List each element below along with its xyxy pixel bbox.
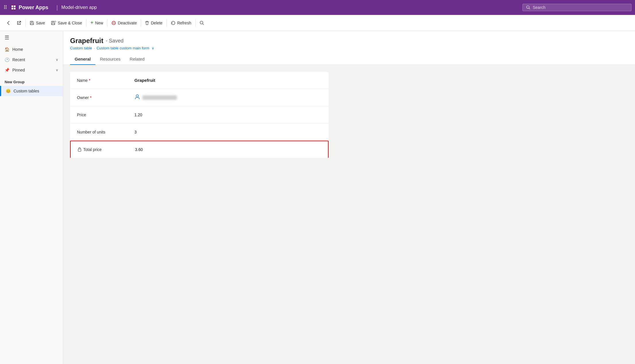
owner-field-container [134, 94, 322, 101]
price-value[interactable]: 1.20 [134, 113, 322, 117]
owner-person-icon [134, 94, 140, 101]
number-of-units-label: Number of units [77, 130, 134, 134]
global-search-box[interactable] [522, 4, 632, 11]
delete-button[interactable]: Delete [142, 19, 165, 27]
delete-label: Delete [151, 21, 162, 25]
app-name-label: Power Apps [19, 5, 48, 11]
save-button[interactable]: Save [27, 19, 48, 27]
total-price-label-container: Total price [78, 147, 135, 152]
name-value[interactable]: Grapefruit [134, 78, 322, 83]
price-label: Price [77, 113, 134, 117]
toolbar-sep-5 [167, 19, 167, 27]
toolbar-sep-6 [195, 19, 196, 27]
number-of-units-value[interactable]: 3 [134, 130, 322, 134]
form-row-owner: Owner* [70, 89, 329, 106]
breadcrumb-form-label: Custom table custom main form [96, 46, 149, 50]
form-row-name: Name* Grapefruit [70, 72, 329, 89]
sidebar-menu-button[interactable]: ☰ [0, 31, 63, 44]
svg-line-6 [529, 8, 530, 9]
sidebar-section-new-group: New Group [0, 75, 63, 86]
save-label: Save [36, 21, 45, 25]
svg-rect-8 [31, 21, 32, 22]
pinned-chevron-icon: ∨ [56, 68, 58, 72]
sidebar-item-recent[interactable]: 🕐 Recent ∨ [0, 55, 63, 65]
total-price-value: 3.60 [135, 147, 321, 152]
owner-required-indicator: * [90, 95, 91, 100]
svg-rect-2 [14, 5, 16, 7]
owner-value[interactable] [134, 94, 322, 101]
svg-rect-1 [11, 5, 13, 7]
main-layout: ☰ 🏠 Home 🕐 Recent ∨ 📌 Pinned ∨ New Group… [0, 31, 635, 364]
toolbar-sep-4 [141, 19, 141, 27]
home-icon: 🏠 [5, 47, 9, 52]
pinned-icon: 📌 [5, 68, 9, 72]
refresh-label: Refresh [177, 21, 191, 25]
form-body: Name* Grapefruit Owner* [63, 65, 635, 364]
save-close-icon [51, 21, 56, 25]
command-bar: Save Save & Close + New Deactivate Delet… [0, 15, 635, 31]
total-price-label: Total price [78, 147, 135, 152]
delete-icon [145, 21, 149, 25]
name-required-indicator: * [89, 78, 90, 83]
main-content: Grapefruit - Saved Custom table · Custom… [63, 31, 635, 364]
owner-name-blurred [142, 95, 177, 100]
svg-rect-10 [52, 21, 54, 22]
svg-point-16 [136, 95, 138, 97]
back-icon [6, 21, 11, 25]
form-row-total-price: Total price 3.60 [70, 141, 329, 158]
save-close-label: Save & Close [58, 21, 82, 25]
record-header: Grapefruit - Saved Custom table · Custom… [63, 31, 635, 54]
tab-resources[interactable]: Resources [95, 54, 125, 65]
breadcrumb-chevron-icon: ∨ [152, 46, 154, 50]
sidebar-custom-tables-wrapper: 😊 Custom tables [0, 86, 63, 96]
form-row-number-of-units: Number of units 3 [70, 123, 329, 141]
toolbar-sep-2 [86, 19, 86, 27]
toolbar-search-button[interactable] [197, 19, 207, 27]
toolbar-search-icon [200, 21, 204, 25]
new-label: New [95, 21, 103, 25]
deactivate-button[interactable]: Deactivate [109, 19, 140, 27]
form-section-general: Name* Grapefruit Owner* [70, 72, 329, 158]
toolbar-sep-3 [107, 19, 107, 27]
sidebar: ☰ 🏠 Home 🕐 Recent ∨ 📌 Pinned ∨ New Group… [0, 31, 63, 364]
breadcrumb-form-link[interactable]: Custom table custom main form ∨ [96, 46, 154, 50]
form-tabs: General Resources Related [63, 54, 635, 65]
new-button[interactable]: + New [88, 18, 106, 28]
search-input[interactable] [533, 5, 628, 10]
sidebar-item-custom-tables[interactable]: 😊 Custom tables [0, 86, 63, 96]
breadcrumb-separator: · [94, 46, 95, 50]
toolbar-sep-1 [25, 19, 26, 27]
sidebar-item-pinned[interactable]: 📌 Pinned ∨ [0, 65, 63, 75]
svg-rect-9 [31, 23, 33, 25]
back-button[interactable] [3, 19, 14, 27]
sidebar-recent-label: Recent [12, 57, 25, 62]
name-label: Name* [77, 78, 134, 83]
recent-chevron-icon: ∨ [56, 58, 58, 62]
svg-line-15 [202, 24, 204, 25]
search-icon [526, 5, 530, 10]
model-driven-app-label: Model-driven app [61, 5, 97, 10]
total-price-label-text: Total price [83, 147, 102, 152]
form-row-price: Price 1.20 [70, 106, 329, 123]
tab-related[interactable]: Related [125, 54, 149, 65]
tab-general[interactable]: General [70, 54, 95, 65]
refresh-button[interactable]: Refresh [168, 19, 194, 27]
breadcrumb: Custom table · Custom table custom main … [70, 46, 628, 54]
sidebar-custom-tables-label: Custom tables [13, 89, 39, 93]
record-title-area: Grapefruit - Saved [70, 37, 628, 45]
header-divider: | [56, 4, 58, 11]
deactivate-label: Deactivate [118, 21, 137, 25]
record-status: - Saved [106, 38, 123, 44]
refresh-icon [171, 21, 175, 25]
sidebar-pinned-label: Pinned [12, 68, 25, 72]
save-close-button[interactable]: Save & Close [48, 19, 85, 27]
external-link-icon [17, 21, 21, 25]
breadcrumb-table-link[interactable]: Custom table [70, 46, 92, 50]
active-indicator [0, 86, 1, 96]
external-link-button[interactable] [14, 19, 24, 27]
record-name: Grapefruit [70, 37, 103, 45]
sidebar-item-home[interactable]: 🏠 Home [0, 44, 63, 55]
waffle-icon[interactable]: ⠿ [3, 4, 7, 11]
custom-tables-icon: 😊 [6, 89, 11, 93]
deactivate-icon [111, 21, 116, 25]
